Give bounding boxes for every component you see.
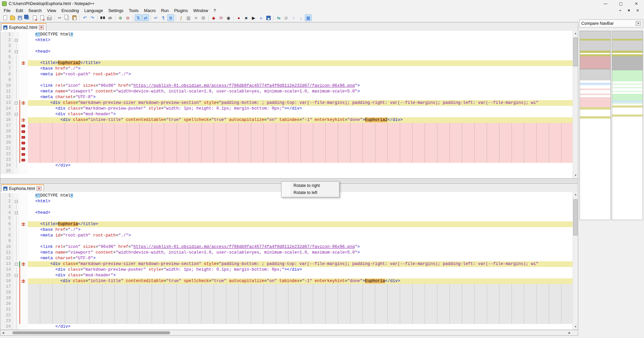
menu-settings[interactable]: Settings — [106, 8, 126, 13]
undo-icon[interactable]: ↶ — [82, 14, 88, 21]
copy-icon[interactable] — [64, 14, 70, 21]
menu-edit[interactable]: Edit — [13, 8, 26, 13]
menu-language[interactable]: Language — [82, 8, 106, 13]
fold-margin[interactable]: − — [14, 100, 19, 106]
fold-collapse-icon[interactable]: − — [15, 39, 18, 42]
menu-tools[interactable]: Tools — [126, 8, 141, 13]
menu-search[interactable]: Search — [26, 8, 45, 13]
new-tab-button[interactable]: + — [616, 8, 624, 13]
minimize-button[interactable]: — — [598, 0, 613, 7]
diff-minimap-left[interactable] — [580, 31, 611, 220]
tab-euphoria[interactable]: Euphoria.html ✕ — [1, 184, 44, 192]
paste-icon[interactable] — [71, 14, 78, 21]
print-icon[interactable] — [46, 14, 53, 21]
folder-as-workspace-icon[interactable]: ⊞ — [200, 14, 207, 21]
maximize-button[interactable]: ▢ — [613, 0, 629, 7]
menu-macro[interactable]: Macro — [141, 8, 158, 13]
context-menu-item-rotate-to-left[interactable]: Rotate to left — [281, 189, 339, 196]
scrollbar-thumb[interactable] — [12, 331, 170, 334]
save-macro-icon[interactable] — [265, 14, 272, 21]
code-line: 23 — [0, 318, 578, 324]
fold-collapse-icon[interactable]: − — [15, 211, 18, 214]
fold-margin[interactable]: − — [14, 49, 19, 55]
redo-icon[interactable]: ↷ — [89, 14, 96, 21]
compare-navbar-close-icon[interactable]: ✕ — [636, 21, 641, 26]
window-list-button[interactable]: ▼ — [625, 8, 633, 13]
fold-collapse-icon[interactable]: − — [15, 263, 18, 266]
modified-line-bar — [19, 140, 20, 146]
menu-view[interactable]: View — [44, 8, 59, 13]
sync-horizontal-scroll-icon[interactable]: ⇄ — [142, 14, 149, 21]
fold-collapse-icon[interactable]: − — [15, 274, 18, 277]
context-menu-item-rotate-to-right[interactable]: Rotate to right — [281, 182, 339, 189]
zoom-out-icon[interactable]: ⊖ — [124, 14, 131, 21]
document-list-icon[interactable]: ≡ — [193, 14, 199, 21]
scroll-up-arrow[interactable]: ▲ — [573, 31, 578, 36]
fold-margin[interactable]: − — [14, 210, 19, 216]
find-icon[interactable] — [99, 14, 106, 21]
tab-close-icon[interactable]: ✕ — [39, 25, 44, 30]
save-icon[interactable] — [16, 14, 23, 21]
vertical-scrollbar-bottom[interactable]: ▲ ▼ — [573, 192, 578, 330]
compare-navbar-toggle-icon[interactable]: ▦ — [305, 14, 312, 21]
menu-encoding[interactable]: Encoding — [59, 8, 82, 13]
tab-close-icon[interactable]: ✕ — [37, 186, 42, 191]
menu-help[interactable]: ? — [211, 8, 218, 13]
close-tab-button[interactable]: ✕ — [634, 8, 641, 13]
new-file-icon[interactable] — [2, 14, 8, 21]
fold-margin[interactable]: − — [14, 199, 19, 204]
editor-pane-bottom[interactable]: 1<!DOCTYPE html>2−<html>34−<head>56 <tit… — [0, 192, 578, 330]
fold-collapse-icon[interactable]: − — [15, 50, 18, 53]
scroll-right-arrow[interactable]: ▶ — [567, 330, 572, 335]
close-button[interactable]: ✕ — [629, 0, 644, 7]
previous-diff-icon[interactable]: ↑ — [290, 14, 297, 21]
menu-window[interactable]: Window — [191, 8, 211, 13]
code-line: 24 </div> — [0, 163, 578, 168]
close-all-icon[interactable] — [39, 14, 45, 21]
scrollbar-thumb[interactable] — [573, 199, 578, 235]
cut-icon[interactable]: ✂ — [56, 14, 63, 21]
play-macro-icon[interactable]: ▶ — [250, 14, 257, 21]
fold-margin[interactable]: − — [14, 112, 19, 117]
fold-line — [16, 43, 16, 49]
scrollbar-thumb[interactable] — [573, 38, 578, 66]
next-diff-icon[interactable]: ↓ — [298, 14, 304, 21]
document-map-icon[interactable]: ▥ — [185, 14, 192, 21]
diff-minimap-right[interactable] — [612, 31, 643, 220]
fold-collapse-icon[interactable]: − — [15, 113, 18, 116]
fold-collapse-icon[interactable]: − — [15, 200, 18, 203]
preview-icon[interactable]: ◉ — [225, 14, 232, 21]
compare-icon[interactable]: ⇆ — [275, 14, 282, 21]
tab-euphoria2[interactable]: Euphoria2.html ✕ — [1, 23, 46, 31]
clear-compare-icon[interactable]: ⊘ — [283, 14, 289, 21]
menu-file[interactable]: File — [1, 8, 13, 13]
record-macro-icon[interactable]: ● — [235, 14, 242, 21]
export-plugin-icon[interactable]: ◆ — [210, 14, 217, 21]
fold-margin[interactable]: − — [14, 261, 19, 267]
menu-run[interactable]: Run — [158, 8, 171, 13]
fold-margin[interactable]: − — [14, 273, 19, 278]
vertical-scrollbar-top[interactable]: ▲ ▼ — [573, 31, 578, 178]
scroll-up-arrow[interactable]: ▲ — [573, 192, 578, 197]
fold-collapse-icon[interactable]: − — [15, 102, 18, 105]
editor-pane-top[interactable]: 1<!DOCTYPE html>2−<html>34−<head>56 <tit… — [0, 31, 578, 179]
zoom-in-icon[interactable]: ⊕ — [117, 14, 124, 21]
show-all-characters-icon[interactable]: ¶ — [160, 14, 167, 21]
sync-vertical-scroll-icon[interactable]: ⇅ — [135, 14, 142, 21]
stop-macro-icon[interactable]: ■ — [243, 14, 250, 21]
close-file-icon[interactable] — [31, 14, 38, 21]
menu-plugins[interactable]: Plugins — [171, 8, 191, 13]
save-all-icon[interactable] — [24, 14, 31, 21]
scroll-down-arrow[interactable]: ▼ — [573, 324, 578, 330]
replace-icon[interactable]: ab — [107, 14, 113, 21]
function-list-icon[interactable]: ƒ — [178, 14, 184, 21]
scroll-down-arrow[interactable]: ▼ — [573, 173, 578, 178]
open-file-icon[interactable] — [9, 14, 16, 21]
scroll-left-arrow[interactable]: ◀ — [0, 330, 6, 335]
horizontal-scrollbar[interactable]: ◀ ▶ — [0, 330, 578, 336]
indent-guide-icon[interactable]: ≣ — [167, 14, 174, 21]
run-macro-multiple-icon[interactable]: » — [258, 14, 264, 21]
fold-margin[interactable]: − — [14, 38, 19, 43]
word-wrap-icon[interactable]: ↵ — [153, 14, 159, 21]
mime-tools-icon[interactable]: ✉ — [218, 14, 224, 21]
